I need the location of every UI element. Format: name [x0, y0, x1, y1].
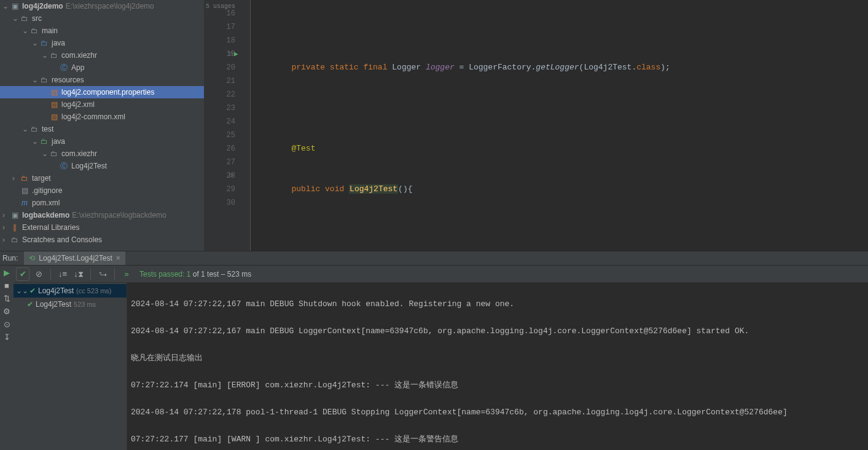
tree-test-java[interactable]: 🗀java: [0, 135, 204, 148]
expand-icon[interactable]: [2, 211, 10, 219]
tree-label: test: [42, 125, 53, 133]
tree-target[interactable]: 🗀target: [0, 172, 204, 184]
line-number: 29: [205, 183, 235, 196]
close-icon[interactable]: ×: [116, 254, 120, 262]
run-gutter-icon[interactable]: ▶: [234, 47, 238, 61]
run-vertical-toolbar: ▶ ■ ⇅ ⚙ ⊙ ↧: [0, 266, 14, 450]
code-editor[interactable]: 5 usages 16 17 18 19▶⊟ 20 21 22 23 24 25…: [205, 0, 868, 251]
tree-resources[interactable]: 🗀resources: [0, 74, 204, 86]
test-child[interactable]: ✔ Log4j2Test 523 ms: [14, 298, 127, 311]
tree-test-class[interactable]: ⒸLog4j2Test: [0, 160, 204, 172]
line-number: 20: [205, 61, 235, 74]
tree-xml2[interactable]: ▤log4j2-common.xml: [0, 111, 204, 123]
tree-scratches[interactable]: 🗀Scratches and Consoles: [0, 234, 204, 246]
tree-app[interactable]: ⒸApp: [0, 61, 204, 74]
tree-pkg[interactable]: 🗀com.xiezhr: [0, 49, 204, 61]
fold-icon[interactable]: ⊟: [229, 169, 233, 183]
expand-icon[interactable]: [42, 149, 49, 158]
run-label: Run:: [2, 254, 18, 262]
tree-label: Scratches and Consoles: [22, 235, 102, 244]
code-line: public void Log4j2Test(){: [253, 183, 868, 196]
folder-icon: 🗀: [20, 14, 29, 23]
tree-label: main: [42, 26, 58, 35]
console-line: 晓凡在测试日志输出: [131, 352, 864, 365]
layout-icon[interactable]: ⇅: [4, 294, 10, 303]
expand-icon[interactable]: [12, 14, 20, 23]
pin-icon[interactable]: ⊙: [4, 320, 10, 329]
rerun-icon[interactable]: ▶: [4, 268, 10, 277]
expand-icon[interactable]: [22, 125, 29, 133]
expand-icon[interactable]: [42, 51, 49, 60]
tab-label: Log4j2Test.Log4j2Test: [39, 254, 112, 262]
tree-pom[interactable]: mpom.xml: [0, 197, 204, 209]
test-time: (cc 523 ms): [76, 287, 111, 294]
test-tree[interactable]: ⌄ ✔ Log4j2Test (cc 523 ms) ✔ Log4j2Test …: [14, 283, 127, 450]
test-root[interactable]: ⌄ ✔ Log4j2Test (cc 523 ms): [14, 284, 127, 298]
fold-icon[interactable]: ⊟: [229, 47, 233, 61]
tree-label: target: [32, 174, 51, 183]
code-body[interactable]: private static final Logger logger = Log…: [251, 0, 868, 251]
xml-file-icon: ▤: [49, 100, 59, 109]
console-output[interactable]: 2024-08-14 07:27:22,167 main DEBUG Shutd…: [127, 283, 868, 450]
expand-all-icon[interactable]: ⮑: [96, 267, 109, 281]
line-number: 17: [205, 20, 235, 34]
line-number: 30: [205, 196, 235, 210]
stop-icon[interactable]: ■: [4, 281, 9, 290]
export-icon[interactable]: ↧: [4, 333, 10, 342]
status-icon: »: [120, 267, 133, 281]
tree-logbackdemo[interactable]: ▣logbackdemoE:\xiezhrspace\logbackdemo: [0, 209, 204, 221]
usages-hint[interactable]: 5 usages: [205, 0, 235, 7]
console-line: 07:27:22.174 [main] [ERROR] com.xiezhr.L…: [131, 379, 864, 392]
tree-main[interactable]: 🗀main: [0, 25, 204, 37]
tree-label: java: [52, 39, 65, 47]
tree-xml1[interactable]: ▤log4j2.xml: [0, 98, 204, 111]
tree-properties[interactable]: ▤log4j2.component.properties: [0, 86, 204, 98]
line-number: 22: [205, 88, 235, 101]
editor-gutter[interactable]: 5 usages 16 17 18 19▶⊟ 20 21 22 23 24 25…: [205, 0, 251, 251]
tree-src[interactable]: 🗀src: [0, 12, 204, 25]
tree-test-pkg[interactable]: 🗀com.xiezhr: [0, 148, 204, 160]
class-icon: Ⓒ: [59, 63, 69, 73]
console-line: 2024-08-14 07:27:22,167 main DEBUG Logge…: [131, 325, 864, 338]
run-config-tab[interactable]: ⟲ Log4j2Test.Log4j2Test ×: [24, 251, 125, 265]
tree-gitignore[interactable]: ▤.gitignore: [0, 184, 204, 197]
show-passed-icon[interactable]: ✔: [16, 267, 29, 281]
expand-icon[interactable]: [2, 235, 10, 244]
test-status: Tests passed: 1 of 1 test – 523 ms: [139, 270, 251, 278]
tree-path: E:\xiezhrspace\logbackdemo: [72, 211, 166, 219]
module-icon: ▣: [10, 2, 20, 10]
expand-icon[interactable]: [2, 2, 10, 10]
line-number: 21: [205, 74, 235, 88]
expand-icon[interactable]: [32, 137, 39, 146]
expand-icon[interactable]: ⌄: [16, 286, 28, 295]
tree-test[interactable]: 🗀test: [0, 123, 204, 135]
tree-label: log4j2demo: [22, 2, 63, 10]
expand-icon[interactable]: [2, 223, 10, 232]
expand-icon[interactable]: [22, 26, 29, 35]
show-ignored-icon[interactable]: ⊘: [32, 267, 45, 281]
tree-label: .gitignore: [32, 186, 62, 195]
tree-label: com.xiezhr: [61, 149, 97, 158]
settings-icon[interactable]: ⚙: [3, 307, 10, 316]
expand-icon[interactable]: [32, 39, 39, 47]
tree-root[interactable]: ▣log4j2demoE:\xiezhrspace\log4j2demo: [0, 0, 204, 12]
xml-file-icon: ▤: [49, 112, 59, 121]
sort-duration-icon[interactable]: ↓⧗: [72, 267, 85, 281]
sort-alpha-icon[interactable]: ↓≡: [56, 267, 69, 281]
console-line: 07:27:22.177 [main] [WARN ] com.xiezhr.L…: [131, 433, 864, 446]
class-icon: Ⓒ: [59, 161, 69, 172]
console-line: 2024-08-14 07:27:22,167 main DEBUG Shutd…: [131, 298, 864, 311]
expand-icon[interactable]: [32, 76, 39, 84]
tree-path: E:\xiezhrspace\log4j2demo: [66, 2, 154, 10]
folder-icon: 🗀: [29, 26, 39, 35]
project-tree[interactable]: ▣log4j2demoE:\xiezhrspace\log4j2demo 🗀sr…: [0, 0, 205, 251]
check-icon: ✔: [27, 300, 33, 309]
line-number: 26: [205, 142, 235, 156]
test-toolbar: ✔ ⊘ ↓≡ ↓⧗ ⮑ » Tests passed: 1 of 1 test …: [14, 266, 868, 283]
tree-java[interactable]: 🗀java: [0, 37, 204, 49]
properties-file-icon: ▤: [49, 88, 59, 97]
test-name: Log4j2Test: [38, 286, 74, 295]
expand-icon[interactable]: [12, 174, 20, 183]
tree-extlibs[interactable]: ∥External Libraries: [0, 221, 204, 234]
line-number: 25: [205, 128, 235, 142]
